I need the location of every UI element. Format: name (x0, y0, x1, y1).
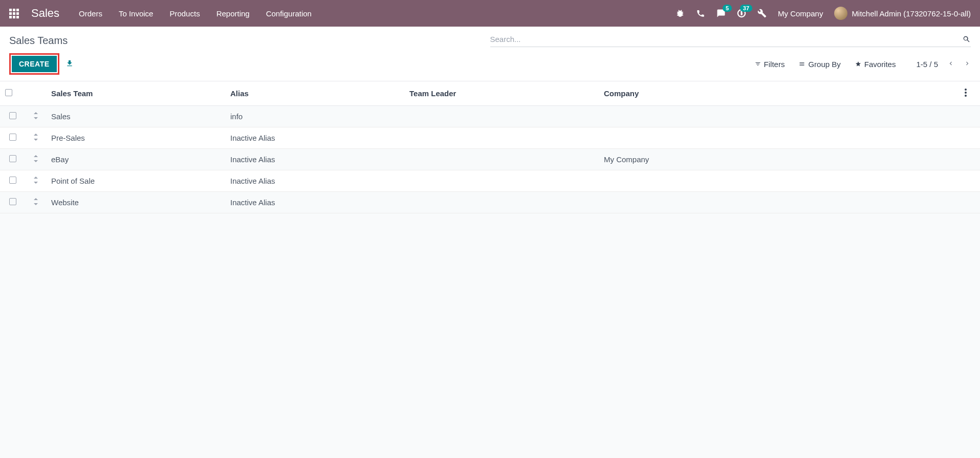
phone-icon[interactable] (696, 9, 705, 18)
nav-orders[interactable]: Orders (79, 9, 102, 18)
user-name: Mitchell Admin (17320762-15-0-all) (852, 9, 971, 18)
cell-company (599, 170, 960, 192)
pager: 1-5 / 5 (916, 60, 971, 69)
table-header-row: Sales Team Alias Team Leader Company (0, 81, 980, 106)
cell-menu (960, 192, 980, 213)
table-row[interactable]: Point of Sale Inactive Alias (0, 170, 980, 192)
topbar-right: 5 37 My Company Mitchell Admin (17320762… (676, 7, 971, 20)
row-checkbox-cell (0, 149, 26, 170)
drag-handle-icon[interactable] (33, 155, 39, 164)
cell-company (599, 127, 960, 149)
row-checkbox-cell (0, 192, 26, 213)
activities-badge: 37 (740, 5, 752, 12)
nav-configuration[interactable]: Configuration (266, 9, 312, 18)
search-icon[interactable] (963, 35, 971, 43)
cell-company (599, 192, 960, 213)
header-checkbox-col (0, 81, 26, 106)
header-handle-col (26, 81, 46, 106)
header-team-leader[interactable]: Team Leader (404, 81, 599, 106)
row-checkbox[interactable] (9, 112, 16, 119)
nav-reporting[interactable]: Reporting (216, 9, 250, 18)
company-selector[interactable]: My Company (778, 9, 823, 18)
top-navbar: Sales Orders To Invoice Products Reporti… (0, 0, 980, 27)
table-row[interactable]: Pre-Sales Inactive Alias (0, 127, 980, 149)
header-company[interactable]: Company (599, 81, 960, 106)
select-all-checkbox[interactable] (5, 89, 12, 96)
create-button[interactable]: CREATE (12, 56, 57, 72)
cell-team-leader (404, 170, 599, 192)
pager-text[interactable]: 1-5 / 5 (916, 60, 938, 69)
row-checkbox[interactable] (9, 155, 16, 162)
table-row[interactable]: Sales info (0, 106, 980, 127)
drag-handle-icon[interactable] (33, 112, 39, 121)
row-handle-cell (26, 127, 46, 149)
app-brand[interactable]: Sales (31, 7, 59, 20)
cell-team-leader (404, 127, 599, 149)
drag-handle-icon[interactable] (33, 177, 39, 185)
filter-group: Filters Group By Favorites (755, 60, 896, 69)
svg-point-2 (965, 92, 967, 94)
drag-handle-icon[interactable] (33, 134, 39, 142)
nav-to-invoice[interactable]: To Invoice (119, 9, 154, 18)
row-checkbox-cell (0, 127, 26, 149)
messages-badge: 5 (723, 5, 732, 12)
table-container: Sales Team Alias Team Leader Company Sal… (0, 81, 980, 213)
favorites-label: Favorites (864, 60, 896, 69)
cell-sales-team: eBay (46, 149, 225, 170)
cell-company: My Company (599, 149, 960, 170)
download-icon[interactable] (66, 59, 74, 69)
table-row[interactable]: eBay Inactive Alias My Company (0, 149, 980, 170)
groupby-button[interactable]: Group By (799, 60, 840, 69)
row-checkbox-cell (0, 170, 26, 192)
pager-next-icon[interactable] (964, 60, 971, 69)
groupby-label: Group By (808, 60, 840, 69)
control-panel: Sales Teams CREATE Filters Group By (0, 27, 980, 81)
svg-point-1 (965, 89, 967, 91)
user-menu[interactable]: Mitchell Admin (17320762-15-0-all) (834, 7, 971, 20)
row-checkbox[interactable] (9, 134, 16, 141)
filters-button[interactable]: Filters (755, 60, 785, 69)
cell-sales-team: Pre-Sales (46, 127, 225, 149)
main-nav: Orders To Invoice Products Reporting Con… (79, 9, 312, 18)
svg-point-3 (965, 95, 967, 97)
header-sales-team[interactable]: Sales Team (46, 81, 225, 106)
row-handle-cell (26, 149, 46, 170)
search-input[interactable] (490, 35, 963, 43)
activities-icon[interactable]: 37 (737, 9, 746, 18)
avatar (834, 7, 847, 20)
row-checkbox[interactable] (9, 198, 16, 205)
header-alias[interactable]: Alias (225, 81, 404, 106)
favorites-button[interactable]: Favorites (855, 60, 896, 69)
header-options (960, 81, 980, 106)
cell-team-leader (404, 149, 599, 170)
table-row[interactable]: Website Inactive Alias (0, 192, 980, 213)
row-checkbox-cell (0, 106, 26, 127)
drag-handle-icon[interactable] (33, 198, 39, 207)
cell-sales-team: Sales (46, 106, 225, 127)
row-checkbox[interactable] (9, 177, 16, 184)
cell-alias: info (225, 106, 404, 127)
cell-menu (960, 149, 980, 170)
cell-company (599, 106, 960, 127)
cell-sales-team: Website (46, 192, 225, 213)
page-title: Sales Teams (9, 32, 68, 47)
nav-products[interactable]: Products (169, 9, 200, 18)
sales-teams-table: Sales Team Alias Team Leader Company Sal… (0, 81, 980, 213)
pager-prev-icon[interactable] (947, 60, 954, 69)
cell-menu (960, 127, 980, 149)
cell-alias: Inactive Alias (225, 192, 404, 213)
create-button-highlight: CREATE (9, 53, 59, 75)
messages-icon[interactable]: 5 (716, 9, 726, 18)
tools-icon[interactable] (757, 9, 767, 18)
cell-menu (960, 170, 980, 192)
filters-label: Filters (764, 60, 785, 69)
cell-alias: Inactive Alias (225, 149, 404, 170)
cell-team-leader (404, 192, 599, 213)
cell-menu (960, 106, 980, 127)
cp-row-title-search: Sales Teams (9, 32, 971, 47)
debug-icon[interactable] (676, 9, 685, 18)
apps-grid-icon[interactable] (9, 9, 19, 18)
row-handle-cell (26, 106, 46, 127)
topbar-left: Sales Orders To Invoice Products Reporti… (9, 7, 312, 20)
columns-menu-icon[interactable] (965, 90, 967, 98)
